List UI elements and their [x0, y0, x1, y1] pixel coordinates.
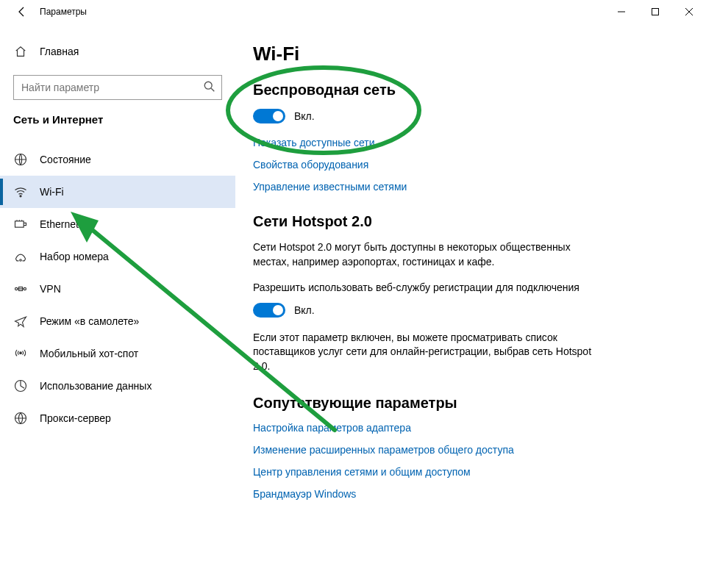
svg-point-6	[15, 287, 18, 290]
sidebar-item-vpn[interactable]: VPN	[0, 273, 235, 305]
svg-rect-0	[652, 9, 659, 15]
proxy-icon	[13, 411, 28, 426]
sidebar-item-label: Набор номера	[40, 251, 109, 262]
search-box[interactable]	[13, 75, 222, 100]
sidebar-item-label: Ethernet	[40, 218, 79, 230]
airplane-icon	[13, 314, 28, 329]
sidebar-item-status[interactable]: Состояние	[0, 143, 235, 176]
main-content: Wi-Fi Беспроводная сеть Вкл. Показать до…	[235, 24, 706, 588]
sidebar-item-label: VPN	[40, 283, 61, 295]
link-advanced-sharing[interactable]: Изменение расширенных параметров общего …	[253, 444, 688, 456]
ethernet-icon	[13, 217, 28, 232]
wifi-icon	[13, 184, 28, 199]
wireless-heading: Беспроводная сеть	[253, 82, 688, 98]
link-adapter-settings[interactable]: Настройка параметров адаптера	[253, 422, 688, 434]
page-title: Wi-Fi	[253, 43, 688, 65]
sidebar-item-ethernet[interactable]: Ethernet	[0, 208, 235, 240]
wireless-toggle[interactable]	[253, 109, 285, 123]
sidebar-item-label: Режим «в самолете»	[40, 315, 139, 327]
group-heading: Сеть и Интернет	[0, 113, 235, 136]
sidebar-item-dialup[interactable]: Набор номера	[0, 240, 235, 273]
home-icon	[13, 44, 28, 59]
minimize-button[interactable]	[605, 0, 638, 24]
sidebar-item-label: Мобильный хот-спот	[40, 348, 138, 359]
window-controls	[605, 0, 706, 24]
sidebar-item-wifi[interactable]: Wi-Fi	[0, 176, 235, 208]
sidebar-item-hotspot[interactable]: Мобильный хот-спот	[0, 337, 235, 370]
status-icon	[13, 152, 28, 167]
back-button[interactable]	[9, 0, 35, 24]
svg-point-7	[24, 287, 26, 290]
titlebar: Параметры	[0, 0, 706, 24]
hotspot-hint: Если этот параметр включен, вы можете пр…	[253, 331, 599, 374]
link-network-center[interactable]: Центр управления сетями и общим доступом	[253, 466, 688, 478]
maximize-button[interactable]	[638, 0, 672, 24]
link-known-networks[interactable]: Управление известными сетями	[253, 181, 688, 193]
sidebar-item-airplane[interactable]: Режим «в самолете»	[0, 305, 235, 337]
home-button[interactable]: Главная	[0, 37, 235, 66]
hotspot-icon	[13, 346, 28, 361]
wireless-toggle-state: Вкл.	[294, 110, 315, 122]
window-title: Параметры	[35, 7, 87, 17]
sidebar-item-label: Состояние	[40, 154, 91, 165]
svg-point-5	[20, 259, 22, 262]
svg-rect-4	[15, 221, 24, 227]
link-hardware-props[interactable]: Свойства оборудования	[253, 159, 688, 171]
search-input[interactable]	[13, 75, 222, 100]
svg-point-1	[204, 82, 212, 89]
link-firewall[interactable]: Брандмауэр Windows	[253, 488, 688, 500]
sidebar-item-label: Прокси-сервер	[40, 412, 111, 424]
sidebar-item-label: Wi-Fi	[40, 186, 64, 198]
svg-point-3	[20, 196, 21, 197]
sidebar: Главная Сеть и Интернет Состояние	[0, 24, 235, 588]
svg-point-9	[20, 352, 22, 354]
data-usage-icon	[13, 379, 28, 393]
hotspot-heading: Сети Hotspot 2.0	[253, 213, 688, 230]
link-show-networks[interactable]: Показать доступные сети	[253, 137, 688, 148]
sidebar-item-label: Использование данных	[40, 380, 151, 392]
nav-list: Состояние Wi-Fi Ethernet Набор номера	[0, 143, 235, 434]
home-label: Главная	[40, 46, 79, 57]
sidebar-item-datausage[interactable]: Использование данных	[0, 370, 235, 402]
hotspot-toggle[interactable]	[253, 303, 285, 318]
dialup-icon	[13, 249, 28, 264]
sidebar-item-proxy[interactable]: Прокси-сервер	[0, 402, 235, 434]
hotspot-description: Сети Hotspot 2.0 могут быть доступны в н…	[253, 240, 599, 269]
close-button[interactable]	[672, 0, 706, 24]
vpn-icon	[13, 282, 28, 296]
hotspot-toggle-state: Вкл.	[294, 304, 315, 316]
related-heading: Сопутствующие параметры	[253, 395, 688, 412]
hotspot-permission-label: Разрешить использовать веб-службу регист…	[253, 281, 599, 295]
search-icon	[203, 80, 216, 96]
